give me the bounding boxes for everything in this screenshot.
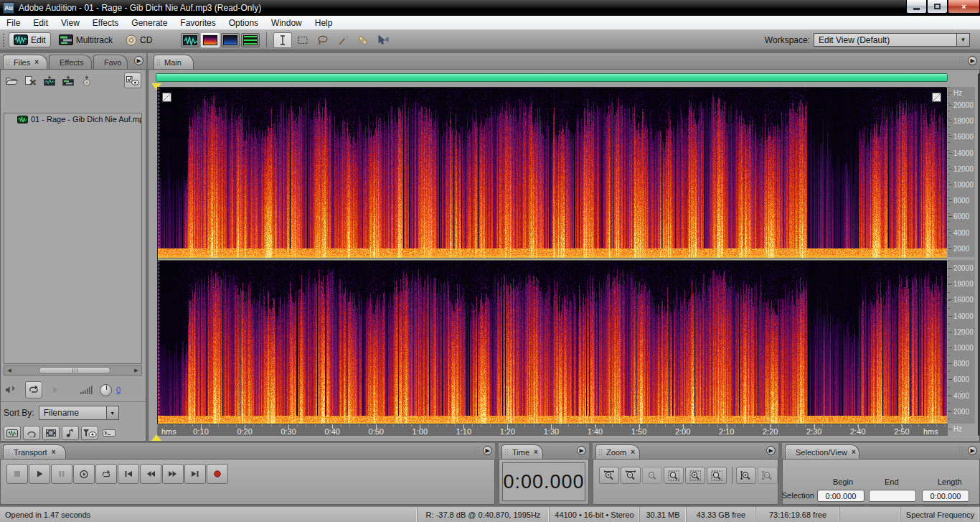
menu-options[interactable]: Options [222, 16, 265, 29]
chevron-down-icon[interactable]: ▼ [956, 34, 969, 46]
tab-close-icon[interactable]: × [34, 58, 39, 66]
files-panel-menu-button[interactable]: ▶ [134, 56, 143, 65]
menu-generate[interactable]: Generate [125, 16, 174, 29]
transport-panel-menu-button[interactable]: ▶ [483, 446, 492, 455]
show-full-paths-toggle[interactable] [100, 426, 118, 440]
zoom-in-left-edge-button[interactable] [685, 467, 705, 484]
tab-time[interactable]: Time × [501, 444, 543, 459]
app-icon[interactable]: Au [3, 2, 14, 14]
scroll-right-icon[interactable]: ▶ [131, 366, 141, 375]
rewind-button[interactable] [140, 464, 161, 484]
preview-volume-link[interactable]: 0 [116, 386, 121, 394]
view-range-bar[interactable] [156, 73, 948, 82]
pause-button[interactable] [51, 464, 72, 484]
menu-effects[interactable]: Effects [86, 16, 125, 29]
show-loop-files-toggle[interactable] [23, 426, 40, 440]
record-button[interactable] [207, 464, 228, 484]
file-list-item[interactable]: 01 - Rage - Gib Dich Nie Auf.mp3 [4, 113, 141, 125]
tab-effects[interactable]: Effects [49, 55, 92, 69]
edit-view-mode-button[interactable]: Edit [9, 32, 51, 47]
tab-transport[interactable]: Transport × [3, 444, 66, 459]
tab-zoom[interactable]: Zoom × [595, 444, 640, 459]
play-from-cursor-button[interactable] [73, 464, 95, 484]
zoom-panel-menu-button[interactable]: ▶ [766, 446, 776, 455]
tab-files[interactable]: Files × [3, 55, 47, 69]
cd-mode-button[interactable]: CD [121, 32, 157, 48]
menu-edit[interactable]: Edit [27, 16, 55, 29]
hscroll-thumb[interactable] [39, 367, 110, 374]
scroll-handle-right-icon[interactable] [932, 93, 941, 102]
auto-play-icon[interactable] [4, 381, 21, 399]
show-midi-files-toggle[interactable] [62, 426, 79, 440]
show-audio-files-toggle[interactable] [4, 426, 21, 440]
menu-window[interactable]: Window [265, 16, 308, 29]
frequency-ruler-right-channel[interactable]: Hz20000180001600014000120001000080006000… [948, 260, 975, 424]
selection-end-field[interactable] [869, 490, 916, 502]
selection-length-field[interactable]: 0:00.000 [922, 490, 969, 502]
menu-favorites[interactable]: Favorites [174, 16, 222, 29]
minimize-button[interactable] [906, 0, 927, 14]
sort-by-select[interactable]: Filename ▼ [39, 406, 119, 420]
stop-button[interactable] [6, 464, 28, 484]
frequency-ruler-left-channel[interactable]: Hz20000180001600014000120001000080006000… [948, 87, 975, 257]
close-file-button[interactable] [22, 73, 39, 88]
insert-into-session-button[interactable] [60, 73, 77, 88]
go-to-end-button[interactable] [184, 464, 206, 484]
selection-begin-field[interactable]: 0:00.000 [817, 490, 864, 502]
effects-paintbrush-tool[interactable] [334, 32, 352, 48]
zoom-out-horizontal-button[interactable] [621, 467, 641, 484]
close-button[interactable]: × [948, 0, 980, 14]
zoom-in-horizontal-button[interactable] [599, 467, 619, 484]
zoom-out-full-button[interactable] [642, 467, 662, 484]
import-file-button[interactable] [4, 73, 21, 88]
lasso-selection-tool[interactable] [314, 32, 332, 48]
tab-close-icon[interactable]: × [631, 448, 635, 456]
time-panel-menu-button[interactable]: ▶ [577, 446, 586, 455]
zoom-in-right-edge-button[interactable] [707, 467, 727, 484]
zoom-in-vertical-button[interactable] [736, 467, 756, 484]
chevron-down-icon[interactable]: ▼ [106, 406, 118, 419]
scroll-left-icon[interactable]: ◀ [4, 366, 14, 375]
menu-view[interactable]: View [55, 16, 86, 29]
scroll-handle-left-icon[interactable] [162, 93, 171, 102]
spectrogram-right-channel[interactable] [158, 261, 947, 424]
insert-into-cd-button[interactable] [78, 73, 95, 88]
tab-main[interactable]: Main [154, 55, 194, 69]
show-options-icon[interactable] [124, 73, 141, 88]
play-preview-button[interactable] [47, 381, 64, 399]
loop-play-button[interactable] [95, 464, 117, 484]
playhead-marker-bottom[interactable] [151, 434, 161, 441]
file-list-hscrollbar[interactable]: ◀ ▶ [4, 365, 142, 376]
fast-forward-button[interactable] [162, 464, 184, 484]
spot-healing-brush-tool[interactable] [354, 32, 372, 48]
spectral-phase-view-button[interactable] [241, 33, 260, 47]
spectral-frequency-view-button[interactable] [201, 33, 220, 47]
file-list[interactable]: 01 - Rage - Gib Dich Nie Auf.mp3 [4, 113, 142, 364]
insert-into-multitrack-button[interactable] [41, 73, 58, 88]
tab-close-icon[interactable]: × [52, 448, 56, 456]
play-button[interactable] [29, 464, 50, 484]
scrub-tool[interactable] [374, 32, 392, 48]
marquee-selection-tool[interactable] [293, 32, 312, 48]
filter-options-toggle[interactable] [81, 426, 98, 440]
tab-close-icon[interactable]: × [534, 448, 538, 456]
menu-help[interactable]: Help [308, 16, 339, 29]
zoom-out-vertical-button[interactable] [758, 467, 778, 484]
spectral-pan-view-button[interactable] [221, 33, 240, 47]
maximize-button[interactable] [927, 0, 948, 14]
timeline-ruler[interactable]: hms0:100:200:300:400:501:001:101:201:301… [157, 424, 948, 436]
spectral-display[interactable] [157, 87, 946, 424]
loop-preview-button[interactable] [25, 381, 42, 399]
time-selection-tool[interactable] [273, 32, 292, 48]
show-video-files-toggle[interactable] [42, 426, 60, 440]
preview-volume-knob[interactable] [100, 384, 112, 396]
spectrogram-left-channel[interactable] [158, 88, 947, 258]
main-panel-menu-button[interactable]: ▶ [968, 56, 977, 65]
multitrack-mode-button[interactable]: Multitrack [54, 32, 118, 47]
tab-favorites[interactable]: Favo [93, 55, 128, 69]
zoom-to-selection-button[interactable] [664, 467, 684, 484]
menu-file[interactable]: File [0, 16, 27, 29]
waveform-view-button[interactable] [181, 33, 199, 47]
workspace-select[interactable]: Edit View (Default) ▼ [814, 33, 970, 47]
go-to-beginning-button[interactable] [118, 464, 139, 484]
